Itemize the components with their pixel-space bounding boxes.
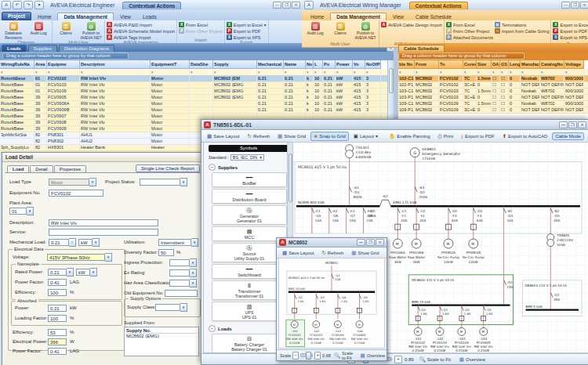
aveva-cable-design-import-button[interactable]: AAVEVA Cable Design Import (381, 22, 442, 27)
grid-header-cell[interactable]: Equipme (47, 60, 80, 69)
audit-log-button[interactable]: ▥ Audit Log (303, 21, 327, 42)
standard-select[interactable]: BS, IEC, DIN▾ (230, 154, 264, 161)
grid-header-cell[interactable]: WiringRuleNa (0, 60, 34, 69)
view-tab-loads[interactable]: Loads (2, 45, 27, 52)
transformer-tx8601[interactable]: TX8601 230/110V 5kVA (547, 233, 573, 310)
export-excel-button[interactable]: XExport to Excel▾ (553, 22, 588, 27)
grid-header-cell[interactable]: ble No (398, 60, 415, 69)
scale-to-fit-button[interactable]: 🔍Scale to Fit (416, 355, 454, 364)
grid-header-cell[interactable]: Size (477, 60, 492, 69)
zoom-slider[interactable] (300, 353, 313, 357)
grid-header-cell[interactable]: Mechanical (257, 60, 284, 69)
feeder-e4[interactable]: -E4-Q810A (364, 206, 373, 233)
stepper-icon[interactable]: ↕ (69, 238, 76, 247)
old-equipment-no-input[interactable] (165, 290, 198, 297)
db8604-board[interactable]: DB8604 110 V 1 ph 50 Hz -Q1 45A BMS 5 kV… (522, 280, 582, 316)
chevron-down-icon[interactable]: ▾ (67, 268, 74, 276)
grid-row[interactable]: RotorkBase01FCV0109RW Inlet VlvMotorMC86… (0, 89, 387, 95)
tab-cable-schedule[interactable]: Cable Schedule (410, 13, 457, 20)
grid-filter-cell[interactable]: ▾ (314, 69, 323, 75)
supply-class-select[interactable] (155, 304, 180, 311)
feeder-b2[interactable]: -B2-Q520A (550, 206, 560, 233)
overview-button[interactable]: ▦Overview (456, 355, 488, 364)
view-tab-cable-schedule[interactable]: Cable Schedule (398, 45, 445, 52)
tab-data-management[interactable]: Data Management (57, 13, 114, 20)
close-icon[interactable]: ✕ (580, 2, 588, 9)
grid-header-cell[interactable]: Cores (463, 60, 477, 69)
supply-no-item[interactable]: MC8602 (EMG) (126, 334, 197, 338)
symbol-busbar[interactable]: ━━BusBar (212, 172, 287, 187)
grid-header-cell[interactable]: Name (284, 60, 306, 69)
chevron-down-icon[interactable]: ▾ (93, 238, 100, 247)
grid-header-cell[interactable]: Area (34, 60, 47, 69)
grid-filter-cell[interactable]: ▾ (353, 69, 365, 75)
audit-log-button[interactable]: ▥ Audit Log (27, 21, 50, 40)
grid-filter-cell[interactable]: ▾ (398, 69, 415, 75)
chevron-down-icon[interactable]: ▾ (89, 178, 96, 186)
grid-filter-cell[interactable]: ▾ (151, 69, 190, 75)
chevron-down-icon[interactable]: ▾ (90, 268, 97, 276)
feeder-q5[interactable]: -Q51.6A (358, 292, 370, 319)
grid-row[interactable]: 103-C1MC8602FCV01037C1.5mm²☐☐0NoskabW870… (398, 89, 588, 95)
view-tab-distribution-diagrams[interactable]: Distribution Diagrams (59, 45, 114, 52)
maximize-icon[interactable]: ❐ (366, 239, 375, 246)
grid-row[interactable]: 102-C1MC8602FCV01027C1.5mm²☐☐0NoskabW870… (398, 76, 588, 82)
collapse-icon[interactable]: − (209, 325, 216, 332)
grid-filter-cell[interactable]: ▾ (477, 69, 492, 75)
app-menu-icon[interactable]: A (2, 1, 11, 9)
show-grid-button[interactable]: ▦Show Grid (274, 132, 309, 141)
from-excel-button[interactable]: XFrom Excel (179, 22, 223, 27)
publish-avevanet-button[interactable]: ◍ Publish to AVEVA NET (79, 21, 103, 40)
grid-header-cell[interactable]: From (415, 60, 439, 69)
grid-header-cell[interactable]: Po (323, 60, 336, 69)
grid-filter-cell[interactable]: ▾ (540, 69, 564, 75)
export-xps-button[interactable]: SExport to XPS (227, 34, 267, 40)
plant-area-select[interactable]: 01 (9, 208, 27, 215)
grid-filter-cell[interactable]: ▾ (500, 69, 509, 75)
tab-home[interactable]: Home (32, 13, 56, 20)
grid-filter-cell[interactable]: ▾ (463, 69, 477, 75)
export-xps-button[interactable]: SExport to XPS (553, 34, 588, 40)
zoom-out-icon[interactable]: − (292, 352, 299, 360)
generator-gx8801[interactable]: G GX8801 Emergency Generator 175kVA -A3 … (410, 147, 460, 207)
undo-icon[interactable]: ↶ (13, 1, 22, 9)
export-excel-button[interactable]: XExport to Excel▾ (227, 22, 267, 27)
grid-filter-cell[interactable]: ▾ (415, 69, 439, 75)
grid-header-cell[interactable]: Length (509, 60, 521, 69)
rated-power-input[interactable]: 0.21 (48, 269, 67, 276)
chevron-down-icon[interactable]: ▾ (191, 238, 198, 247)
power-factor-input[interactable]: 0.41 (48, 279, 67, 286)
close-icon[interactable]: ✕ (376, 239, 384, 246)
grid-header-cell[interactable]: GS (500, 60, 509, 69)
export-pdf-button[interactable]: PExport to PDF (553, 28, 588, 34)
mc8602-feeder-3[interactable]: -Q41.6A (459, 305, 471, 325)
grid-filter-cell[interactable]: ▾ (257, 69, 284, 75)
grid-filter-cell[interactable]: ▾ (284, 69, 306, 75)
grid-filter-cell[interactable]: ▾ (306, 69, 314, 75)
absorbed-power-input[interactable]: 0.21 (48, 305, 67, 312)
rated-power-unit-select[interactable]: kW (76, 269, 90, 276)
close-icon[interactable]: ✕ (292, 2, 300, 9)
feeder-d1-pp0902a[interactable]: -D1-F363A M PP0902A Re-Circ Pump 22kW (437, 206, 459, 264)
grid-row[interactable]: RotorkBase01FCV0102RW Inlet VlvMotorMC86… (0, 76, 387, 82)
redo-icon[interactable]: ↷ (24, 1, 33, 9)
transformer-tx0301[interactable]: TX0301 11/0.4kv 6300kVA -A1 -Q1 800A (346, 145, 372, 207)
overview-button[interactable]: ▦Overview (359, 352, 387, 360)
import-cable-sizing-button[interactable]: ⌁Import from Cable Sizing (495, 28, 550, 34)
tab-home[interactable]: Home (305, 13, 329, 20)
symbol-generator[interactable]: ⒼGeneratorGenerator 01 (212, 205, 287, 225)
grid-row[interactable]: RotorkBase39FCV0906ARW Inlet VlvMotor0.2… (0, 101, 387, 107)
contextual-actions-tab[interactable]: Contextual Actions (122, 2, 181, 9)
chevron-down-icon[interactable]: ▾ (190, 258, 197, 267)
motor-fcv0905[interactable]: M -1A4 FCV0905 RW Inlet Vlv 0.21kW (474, 324, 494, 352)
service-input[interactable] (49, 229, 158, 236)
mc8602-feeder-1[interactable]: -Q21.6A (416, 305, 427, 325)
grid-filter-cell[interactable]: ▾ (47, 69, 80, 75)
grid-filter-cell[interactable]: ▾ (34, 69, 47, 75)
mechanical-load-input[interactable]: 0.21 (49, 239, 69, 246)
efficiency-input[interactable]: 100 (48, 289, 67, 296)
grid-header-cell[interactable]: Voltage (564, 60, 584, 69)
claims-button[interactable]: ⚿ Claims (54, 21, 78, 40)
grid-filter-cell[interactable]: ▾ (509, 69, 521, 75)
contextual-actions-tab[interactable]: Contextual Actions (409, 2, 468, 9)
